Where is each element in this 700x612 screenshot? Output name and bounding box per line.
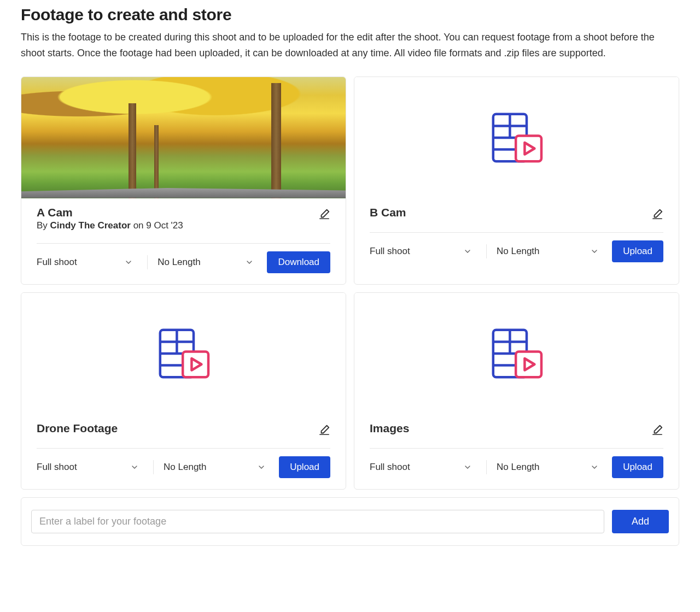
footage-byline: By Cindy The Creator on 9 Oct '23 (37, 220, 183, 231)
chevron-down-icon (590, 247, 599, 256)
footage-card-images: Images Full shoot (354, 292, 679, 490)
chevron-down-icon (463, 463, 472, 472)
footage-card-drone: Drone Footage Full shoot (21, 292, 346, 490)
download-button[interactable]: Download (267, 251, 330, 273)
length-select[interactable]: No Length (158, 252, 258, 272)
divider (370, 448, 663, 449)
footage-cards-grid: A Cam By Cindy The Creator on 9 Oct '23 (21, 76, 679, 490)
divider (37, 243, 330, 244)
footage-thumbnail-placeholder (354, 293, 679, 414)
chevron-down-icon (124, 258, 133, 267)
footage-title: B Cam (370, 206, 406, 219)
edit-icon[interactable] (318, 424, 330, 436)
svg-rect-17 (516, 351, 541, 377)
shoot-type-select[interactable]: Full shoot (370, 242, 476, 261)
footage-label-input[interactable] (31, 510, 604, 533)
footage-title: Drone Footage (37, 422, 118, 435)
film-play-icon (154, 324, 213, 383)
chevron-down-icon (130, 463, 139, 472)
footage-thumbnail-placeholder (354, 77, 679, 198)
upload-button[interactable]: Upload (612, 456, 663, 478)
edit-icon[interactable] (651, 424, 663, 436)
length-select[interactable]: No Length (164, 457, 270, 477)
add-button[interactable]: Add (612, 510, 669, 533)
film-play-icon (487, 324, 546, 383)
length-select[interactable]: No Length (497, 457, 603, 477)
divider (370, 232, 663, 233)
chevron-down-icon (245, 258, 254, 267)
film-play-icon (487, 108, 546, 167)
chevron-down-icon (257, 463, 266, 472)
edit-icon[interactable] (651, 208, 663, 220)
footage-card-b-cam: B Cam Full shoot (354, 76, 679, 285)
footage-thumbnail (21, 77, 346, 198)
page-description: This is the footage to be created during… (21, 30, 679, 61)
footage-title: A Cam (37, 206, 183, 219)
edit-icon[interactable] (318, 208, 330, 220)
upload-button[interactable]: Upload (279, 456, 330, 478)
footage-card-a-cam: A Cam By Cindy The Creator on 9 Oct '23 (21, 76, 346, 285)
svg-rect-5 (516, 136, 541, 161)
divider (37, 448, 330, 449)
footage-thumbnail-placeholder (21, 293, 346, 414)
shoot-type-select[interactable]: Full shoot (37, 457, 143, 477)
length-select[interactable]: No Length (497, 242, 603, 261)
page-title: Footage to create and store (21, 5, 679, 24)
chevron-down-icon (590, 463, 599, 472)
chevron-down-icon (463, 247, 472, 256)
shoot-type-select[interactable]: Full shoot (37, 252, 137, 272)
upload-button[interactable]: Upload (612, 240, 663, 262)
footage-title: Images (370, 422, 409, 435)
svg-rect-11 (183, 351, 208, 377)
add-footage-row: Add (21, 497, 679, 546)
shoot-type-select[interactable]: Full shoot (370, 457, 476, 477)
